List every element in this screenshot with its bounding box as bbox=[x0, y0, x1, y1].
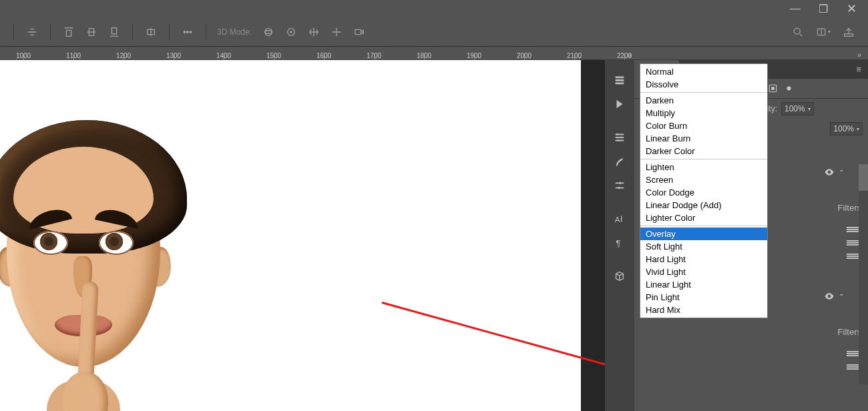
distribute-hcenter-icon[interactable] bbox=[144, 25, 158, 39]
maximize-button[interactable]: ❐ bbox=[809, 0, 837, 17]
blend-mode-option[interactable]: Vivid Light bbox=[640, 266, 767, 278]
panel-menu-icon[interactable]: ≡ bbox=[849, 60, 868, 79]
blend-mode-option[interactable]: Linear Light bbox=[640, 278, 767, 291]
svg-point-6 bbox=[290, 31, 292, 33]
dock-group-label bbox=[605, 197, 634, 207]
blend-mode-option[interactable]: Lighten bbox=[640, 161, 767, 173]
orbit-3d-icon[interactable] bbox=[261, 25, 276, 39]
blend-mode-option[interactable]: Hard Mix bbox=[640, 304, 767, 316]
brush-panel-icon[interactable] bbox=[610, 152, 630, 171]
properties-panel-icon[interactable] bbox=[610, 128, 630, 147]
filter-entry-icon[interactable] bbox=[847, 254, 860, 259]
screen-mode-icon[interactable]: ▾ bbox=[816, 25, 831, 39]
more-options-icon[interactable] bbox=[180, 25, 195, 39]
actions-panel-icon[interactable] bbox=[610, 95, 630, 113]
svg-point-25 bbox=[787, 87, 791, 91]
svg-point-0 bbox=[184, 31, 186, 33]
fill-value: 100% bbox=[833, 124, 854, 133]
svg-point-13 bbox=[618, 139, 620, 141]
blend-mode-option[interactable]: Hard Light bbox=[640, 253, 767, 266]
blend-mode-option[interactable]: Linear Dodge (Add) bbox=[640, 199, 767, 212]
svg-rect-10 bbox=[845, 33, 853, 36]
scrollbar-thumb[interactable] bbox=[859, 164, 868, 191]
svg-text:A: A bbox=[615, 215, 620, 224]
dock-group-label bbox=[605, 255, 634, 264]
layers-scrollbar[interactable] bbox=[859, 164, 868, 384]
visibility-icon[interactable] bbox=[824, 167, 835, 177]
camera-3d-icon[interactable] bbox=[352, 25, 367, 39]
blend-mode-option[interactable]: Multiply bbox=[640, 107, 767, 119]
smart-filters-label: Filters bbox=[838, 200, 861, 216]
options-divider bbox=[132, 24, 133, 40]
canvas-image bbox=[0, 80, 260, 411]
distribute-bottom-icon[interactable] bbox=[107, 25, 122, 39]
search-icon[interactable] bbox=[791, 25, 805, 39]
filter-entry-icon[interactable] bbox=[847, 227, 860, 232]
opacity-input[interactable]: 100% ▾ bbox=[781, 102, 814, 115]
pan-3d-icon[interactable] bbox=[306, 25, 321, 39]
svg-point-4 bbox=[265, 30, 272, 33]
collapsed-panel-dock: « » A ¶ bbox=[605, 60, 634, 411]
options-divider bbox=[50, 24, 51, 40]
adjustments-panel-icon[interactable] bbox=[610, 176, 630, 195]
svg-text:¶: ¶ bbox=[616, 239, 621, 248]
blend-mode-option[interactable]: Darker Color bbox=[640, 145, 767, 157]
blend-mode-option[interactable]: Linear Burn bbox=[640, 132, 767, 145]
horizontal-ruler: 9001000110012001300140015001600170018001… bbox=[0, 47, 868, 60]
slide-3d-icon[interactable] bbox=[329, 25, 344, 39]
fill-input[interactable]: 100% ▾ bbox=[830, 122, 863, 135]
document-canvas[interactable] bbox=[0, 60, 581, 411]
blend-mode-option[interactable]: Screen bbox=[640, 173, 767, 186]
svg-point-8 bbox=[794, 28, 800, 34]
blend-mode-option[interactable]: Darken bbox=[640, 94, 767, 107]
minimize-button[interactable]: — bbox=[781, 0, 809, 17]
filter-entry-icon[interactable] bbox=[847, 364, 860, 370]
blend-mode-option[interactable]: Lighter Color bbox=[640, 212, 767, 224]
align-center-icon[interactable] bbox=[25, 25, 39, 39]
paragraph-panel-icon[interactable]: ¶ bbox=[610, 234, 630, 252]
blend-mode-option[interactable]: Pin Light bbox=[640, 291, 767, 304]
svg-rect-24 bbox=[771, 87, 775, 90]
3d-mode-label: 3D Mode: bbox=[217, 27, 252, 37]
close-button[interactable]: ✕ bbox=[837, 0, 865, 17]
chevron-down-icon: ▾ bbox=[808, 106, 811, 112]
filter-entry-icon[interactable] bbox=[847, 240, 860, 246]
blend-mode-dropdown[interactable]: NormalDissolveDarkenMultiplyColor BurnLi… bbox=[640, 63, 768, 318]
libraries-panel-icon[interactable] bbox=[610, 267, 630, 286]
canvas-viewport[interactable] bbox=[0, 60, 588, 411]
chevron-down-icon: ▾ bbox=[857, 126, 859, 132]
svg-point-14 bbox=[619, 182, 622, 185]
chevron-icon[interactable]: ⌃ bbox=[839, 293, 844, 300]
distribute-vcenter-icon[interactable] bbox=[84, 25, 99, 39]
collapse-dock-icon[interactable]: « bbox=[628, 51, 632, 59]
opacity-value: 100% bbox=[785, 104, 805, 113]
expand-dock-icon[interactable]: » bbox=[857, 51, 861, 59]
filter-entry-icon[interactable] bbox=[847, 351, 860, 356]
blend-mode-option[interactable]: Dissolve bbox=[640, 78, 767, 91]
chevron-icon[interactable]: ⌃ bbox=[839, 169, 844, 176]
options-divider bbox=[206, 24, 206, 40]
share-icon[interactable] bbox=[841, 25, 856, 39]
blend-mode-option[interactable]: Normal bbox=[640, 65, 767, 78]
svg-point-11 bbox=[616, 133, 618, 135]
character-panel-icon[interactable]: A bbox=[610, 210, 630, 228]
ruler-tick: 2200 bbox=[624, 47, 674, 60]
dock-group-label bbox=[605, 116, 634, 125]
blend-mode-option[interactable]: Overlay bbox=[640, 228, 767, 240]
filter-toggle-icon[interactable] bbox=[781, 81, 797, 96]
options-bar: 3D Mode: ▾ bbox=[0, 17, 868, 47]
svg-point-2 bbox=[190, 31, 192, 33]
blend-mode-option[interactable]: Soft Light bbox=[640, 240, 767, 253]
distribute-top-icon[interactable] bbox=[61, 25, 76, 39]
history-panel-icon[interactable] bbox=[610, 71, 630, 89]
options-divider bbox=[13, 24, 14, 40]
svg-point-1 bbox=[187, 31, 189, 33]
roll-3d-icon[interactable] bbox=[284, 25, 298, 39]
blend-mode-option[interactable]: Color Dodge bbox=[640, 186, 767, 199]
svg-rect-7 bbox=[355, 29, 361, 34]
svg-point-12 bbox=[620, 137, 622, 139]
visibility-icon[interactable] bbox=[824, 291, 835, 302]
blend-mode-option[interactable]: Color Burn bbox=[640, 119, 767, 132]
smart-filters-label: Filters bbox=[838, 324, 861, 340]
svg-point-15 bbox=[618, 187, 620, 189]
